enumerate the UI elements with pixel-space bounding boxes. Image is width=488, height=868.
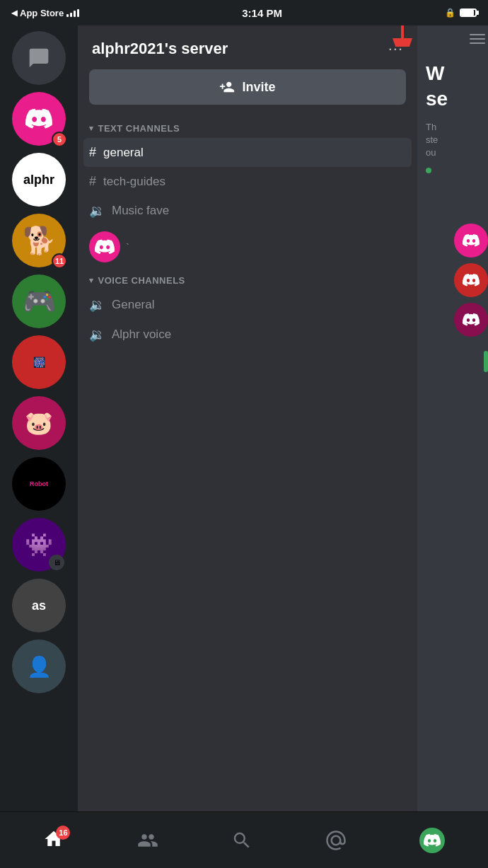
server-icon-minecraft[interactable]: 🎮	[12, 274, 66, 328]
right-avatar-3	[454, 303, 488, 337]
mentions-icon	[325, 830, 347, 851]
robot-server-avatar: 🐷	[12, 396, 66, 450]
channel-alphr-voice[interactable]: 🔉 Alphr voice	[78, 320, 417, 349]
channel-sections: ▾ TEXT CHANNELS # general # tech-guides …	[78, 116, 417, 811]
singing-label: 🎆	[32, 355, 47, 369]
menu-line-3	[470, 42, 485, 44]
bar1	[66, 14, 69, 17]
discord-badge: 5	[52, 132, 67, 147]
nav-home[interactable]: 16	[43, 828, 64, 852]
bot-discord-icon	[95, 237, 115, 257]
channel-voice-general-name: General	[112, 298, 154, 312]
server-icon-partial[interactable]: 👤	[12, 640, 66, 693]
server-icon-singing[interactable]: 🎆	[12, 335, 66, 389]
hamburger-menu[interactable]	[470, 34, 485, 44]
partial-server-avatar: 👤	[12, 640, 66, 693]
text-channels-label: TEXT CHANNELS	[98, 123, 180, 134]
nav-search[interactable]	[231, 830, 252, 851]
channel-general[interactable]: # general	[83, 138, 412, 167]
search-icon	[231, 830, 252, 851]
right-avatar-1-icon	[463, 232, 480, 249]
green-status-line	[484, 351, 488, 372]
nav-mentions[interactable]	[325, 830, 347, 851]
battery-icon	[460, 8, 477, 17]
server-icon-dog[interactable]: 🐕 11	[12, 214, 66, 267]
bar4	[77, 9, 79, 17]
text-channels-arrow: ▾	[89, 124, 94, 133]
channel-music-fave-name: Music fave	[112, 204, 169, 218]
speaker-icon: 🔉	[89, 203, 105, 219]
server-icon-monster[interactable]: 👾 🖥	[12, 518, 66, 572]
profile-avatar	[419, 828, 445, 853]
right-avatar-1	[454, 224, 488, 257]
bottom-nav: 16	[0, 811, 488, 868]
add-person-icon	[219, 79, 235, 95]
blackpink-server-avatar: Robot	[12, 457, 66, 511]
robot-emoji: 🐷	[25, 410, 53, 436]
minecraft-emoji: 🎮	[23, 286, 56, 317]
right-avatar-3-icon	[463, 311, 480, 328]
dog-badge: 11	[52, 253, 67, 269]
nav-profile[interactable]	[419, 828, 445, 853]
server-icon-as[interactable]: as	[12, 579, 66, 632]
nav-home-icon-wrapper: 16	[43, 828, 64, 852]
monster-emoji: 👾	[25, 531, 53, 558]
server-icon-discord[interactable]: 5	[12, 92, 66, 146]
invite-button[interactable]: Invite	[89, 69, 406, 105]
channel-music-fave[interactable]: 🔉 Music fave	[78, 196, 417, 226]
server-icon-blackpink[interactable]: Robot	[12, 457, 66, 511]
monster-badge: 🖥	[49, 555, 64, 570]
status-bar: ◀ App Store 3:14 PM 🔒	[0, 0, 488, 25]
text-channels-header[interactable]: ▾ TEXT CHANNELS	[78, 116, 417, 138]
voice-channels-header[interactable]: ▾ VOICE CHANNELS	[78, 268, 417, 290]
battery-fill	[461, 10, 474, 16]
menu-line-1	[470, 34, 485, 35]
as-label: as	[32, 598, 46, 613]
channel-header: alphr2021's server ···	[78, 25, 417, 69]
right-panel-avatars	[454, 224, 488, 372]
invite-label: Invite	[242, 80, 275, 95]
profile-discord-icon	[424, 832, 441, 849]
status-right-icons: 🔒	[445, 8, 477, 18]
back-chevron: ◀	[11, 8, 17, 18]
more-options-button[interactable]: ···	[388, 40, 403, 57]
menu-line-2	[470, 38, 485, 40]
channel-voice-general[interactable]: 🔉 General	[78, 290, 417, 320]
channel-tech-guides-name: tech-guides	[103, 175, 165, 189]
right-panel-title: Wse	[423, 33, 451, 118]
carrier-info: ◀ App Store	[11, 8, 79, 18]
as-server-avatar: as	[12, 579, 66, 632]
status-time: 3:14 PM	[242, 7, 282, 19]
bot-avatar	[89, 231, 120, 262]
bot-tick: `	[126, 241, 129, 253]
server-sidebar: 5 alphr 🐕 11 🎮 🎆	[0, 25, 78, 811]
partial-emoji: 👤	[27, 655, 52, 678]
home-badge: 16	[56, 826, 70, 840]
channel-tech-guides[interactable]: # tech-guides	[78, 167, 417, 196]
carrier-name: App Store	[20, 8, 64, 18]
server-icon-robot[interactable]: 🐷	[12, 396, 66, 450]
right-panel-body: Thsteou	[423, 118, 441, 163]
server-icon-chat[interactable]	[12, 31, 66, 85]
alphr-server-avatar: alphr	[12, 153, 66, 207]
right-avatar-2-icon	[463, 272, 480, 289]
voice-channels-arrow: ▾	[89, 276, 94, 285]
singing-server-avatar: 🎆	[12, 335, 66, 389]
server-icon-alphr[interactable]: alphr	[12, 153, 66, 207]
bot-avatar-row: `	[78, 226, 417, 268]
bar3	[74, 11, 76, 17]
channel-alphr-voice-name: Alphr voice	[112, 328, 171, 342]
right-panel: Wse Thsteou	[417, 25, 488, 811]
signal-bars	[66, 8, 79, 17]
friends-icon	[137, 830, 158, 851]
voice-channels-label: VOICE CHANNELS	[98, 275, 185, 286]
nav-friends[interactable]	[137, 830, 158, 851]
channel-list: alphr2021's server ···	[78, 25, 417, 811]
speaker-icon-3: 🔉	[89, 327, 105, 342]
minecraft-server-avatar: 🎮	[12, 274, 66, 328]
channel-general-name: general	[103, 146, 144, 160]
alphr-label: alphr	[23, 173, 54, 187]
hash-icon: #	[89, 145, 96, 160]
server-name: alphr2021's server	[92, 40, 228, 58]
chat-server-icon	[12, 31, 66, 85]
